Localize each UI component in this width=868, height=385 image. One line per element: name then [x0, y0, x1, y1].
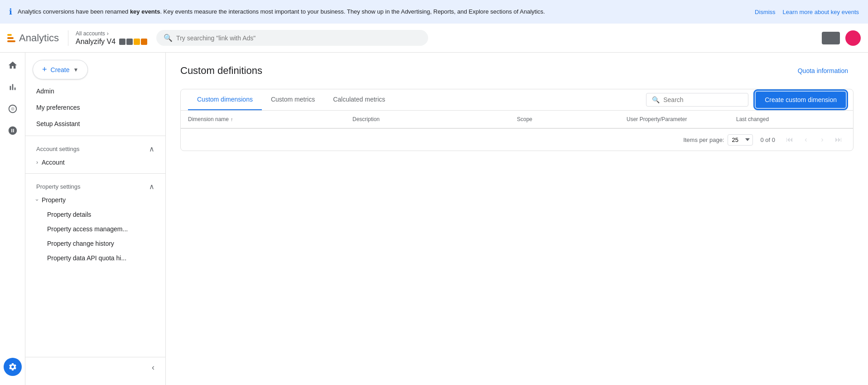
- dropdown-arrow-icon: ▼: [73, 67, 79, 73]
- learn-more-link[interactable]: Learn more about key events: [783, 9, 859, 15]
- sidebar-bottom: ‹: [25, 357, 165, 378]
- main-content: Custom definitions Quota information Cus…: [166, 53, 868, 385]
- account-settings-header[interactable]: Account settings ∧: [25, 139, 165, 155]
- property-name: Analyzify V4: [76, 38, 116, 46]
- count-text: 0 of 0: [760, 136, 775, 143]
- banner-text: Analytics conversions have been renamed …: [18, 7, 749, 16]
- settings-icon-button[interactable]: [4, 358, 22, 376]
- sort-icon: ↑: [231, 117, 233, 122]
- admin-sidebar: + Create ▼ Admin My preferences Setup As…: [25, 53, 166, 385]
- sidebar-item-property-details[interactable]: Property details: [25, 207, 165, 222]
- quota-information-button[interactable]: Quota information: [792, 63, 854, 78]
- column-user-property: User Property/Parameter: [627, 116, 736, 122]
- header: Analytics All accounts › Analyzify V4 🔍: [0, 24, 868, 53]
- sidebar-header: + Create ▼: [25, 60, 165, 83]
- property-chevron-icon: ∧: [149, 182, 154, 191]
- sidebar-item-account[interactable]: › Account: [25, 155, 165, 170]
- column-description: Description: [352, 116, 517, 122]
- items-per-page: Items per page: 25 50 100: [683, 134, 753, 146]
- logo-icon: [7, 34, 15, 42]
- property-label: Property: [42, 196, 66, 204]
- last-page-button[interactable]: ⏭: [831, 132, 846, 147]
- nav-reports-icon[interactable]: [4, 78, 22, 96]
- pagination-buttons: ⏮ ‹ › ⏭: [782, 132, 846, 147]
- tabs-row: Custom dimensions Custom metrics Calcula…: [181, 89, 853, 111]
- table-search-input[interactable]: [663, 96, 743, 103]
- tab-custom-metrics[interactable]: Custom metrics: [262, 89, 324, 110]
- pagination-row: Items per page: 25 50 100 0 of 0 ⏮ ‹ › ⏭: [181, 128, 853, 151]
- table-header: Dimension name ↑ Description Scope User …: [181, 111, 853, 128]
- nav-explore-icon[interactable]: [4, 100, 22, 118]
- table-search-box[interactable]: 🔍: [646, 93, 748, 107]
- sidebar-item-admin[interactable]: Admin: [25, 83, 165, 99]
- content-card: Custom dimensions Custom metrics Calcula…: [180, 89, 854, 151]
- create-label: Create: [51, 66, 70, 73]
- top-banner: ℹ Analytics conversions have been rename…: [0, 0, 868, 24]
- chevron-right-icon: ›: [107, 30, 109, 37]
- search-box-icon: 🔍: [652, 96, 660, 103]
- main-layout: + Create ▼ Admin My preferences Setup As…: [0, 53, 868, 385]
- property-settings-header[interactable]: Property settings ∧: [25, 177, 165, 193]
- prev-page-button[interactable]: ‹: [799, 132, 813, 147]
- column-scope: Scope: [517, 116, 627, 122]
- sidebar-item-my-preferences[interactable]: My preferences: [25, 99, 165, 116]
- create-custom-dimension-button[interactable]: Create custom dimension: [756, 92, 846, 108]
- next-page-button[interactable]: ›: [815, 132, 829, 147]
- dismiss-button[interactable]: Dismiss: [755, 9, 776, 15]
- icon-sidebar: [0, 53, 25, 385]
- nav-home-icon[interactable]: [4, 56, 22, 74]
- global-search-input[interactable]: [176, 34, 421, 42]
- logo[interactable]: Analytics: [7, 32, 63, 44]
- property-selector[interactable]: All accounts › Analyzify V4: [68, 30, 147, 46]
- items-per-page-label: Items per page:: [683, 136, 724, 143]
- column-dimension-name: Dimension name ↑: [188, 116, 352, 122]
- account-label: Account: [42, 159, 65, 166]
- plus-icon: +: [42, 65, 47, 74]
- header-placeholder: [822, 32, 840, 44]
- sidebar-item-setup-assistant[interactable]: Setup Assistant: [25, 116, 165, 132]
- sidebar-item-property-change-history[interactable]: Property change history: [25, 236, 165, 251]
- sidebar-item-property[interactable]: › Property: [25, 193, 165, 207]
- expand-icon: ›: [36, 159, 38, 166]
- search-icon: 🔍: [164, 34, 173, 42]
- sidebar-item-property-data-api[interactable]: Property data API quota hi...: [25, 251, 165, 265]
- sidebar-item-property-access[interactable]: Property access managem...: [25, 222, 165, 236]
- account-settings-label: Account settings: [36, 146, 79, 152]
- tabs-search-area: 🔍 Create custom dimension: [646, 92, 846, 108]
- avatar[interactable]: [845, 30, 861, 46]
- per-page-select[interactable]: 25 50 100: [728, 134, 753, 146]
- property-color-blocks: [119, 39, 147, 45]
- app-name: Analytics: [19, 32, 59, 44]
- collapse-sidebar-button[interactable]: ‹: [152, 363, 154, 372]
- nav-advertising-icon[interactable]: [4, 122, 22, 140]
- chevron-up-icon: ∧: [149, 145, 154, 153]
- first-page-button[interactable]: ⏮: [782, 132, 797, 147]
- page-header: Custom definitions Quota information: [180, 63, 854, 78]
- page-title: Custom definitions: [180, 65, 262, 77]
- property-settings-label: Property settings: [36, 183, 81, 190]
- tab-custom-dimensions[interactable]: Custom dimensions: [188, 89, 262, 110]
- global-search-bar[interactable]: 🔍: [156, 30, 428, 46]
- info-icon: ℹ: [9, 7, 12, 17]
- create-button[interactable]: + Create ▼: [33, 60, 88, 79]
- all-accounts-label: All accounts: [76, 30, 105, 37]
- property-expand-icon: ›: [34, 199, 40, 201]
- column-last-changed: Last changed: [736, 116, 846, 122]
- tab-calculated-metrics[interactable]: Calculated metrics: [324, 89, 394, 110]
